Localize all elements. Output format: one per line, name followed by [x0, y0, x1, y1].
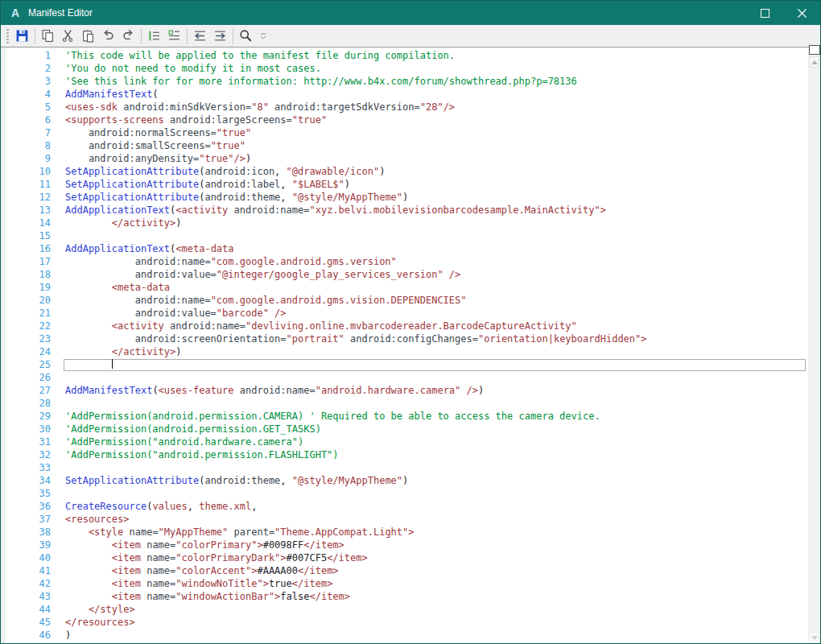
code-line-row[interactable]: 25	[6, 358, 808, 371]
code-line-row[interactable]: 3'See this link for for more information…	[6, 75, 808, 88]
line-number: 2	[6, 62, 51, 75]
code-line-row[interactable]: 28	[6, 397, 808, 410]
shift-left-button[interactable]	[190, 27, 210, 46]
line-number: 9	[6, 152, 51, 165]
code-line-row[interactable]: 30'AddPermission(android.permission.GET_…	[6, 423, 808, 436]
code-segment: android:name=	[65, 295, 211, 306]
code-line-row[interactable]: 8 android:smallScreens="true"	[6, 139, 808, 152]
code-editor[interactable]: 1'This code will be applied to the manif…	[6, 47, 808, 644]
code-line-row[interactable]: 1'This code will be applied to the manif…	[6, 49, 808, 62]
code-line-row[interactable]: 27AddManifestText(<uses-feature android:…	[6, 384, 808, 397]
text-caret	[112, 359, 113, 369]
code-segment: AddManifestText	[65, 89, 152, 100]
code-line-row[interactable]: 35	[6, 487, 808, 500]
code-line-row[interactable]: 20 android:name="com.google.android.gms.…	[6, 294, 808, 307]
code-line-row[interactable]: 26	[6, 371, 808, 384]
code-line-row[interactable]: 39 <item name="colorPrimary">#0098FF</it…	[6, 539, 808, 551]
toolbar-overflow-button[interactable]	[258, 27, 269, 46]
code-segment: 'AddPermission(android.permission.CAMERA…	[65, 411, 600, 422]
search-button[interactable]	[236, 27, 256, 46]
code-line-row[interactable]: 19 <meta-data	[6, 281, 808, 294]
code-line-row[interactable]: 18 android:value="@integer/google_play_s…	[6, 268, 808, 281]
code-segment: ,	[280, 475, 291, 486]
code-line-row[interactable]: 2'You do not need to modify it in most c…	[6, 62, 808, 75]
code-line-row[interactable]: 12SetApplicationAttribute(android:theme,…	[6, 191, 808, 204]
code-segment: "devliving.online.mvbarcodereader.Barcod…	[245, 320, 577, 332]
shift-right-button[interactable]	[210, 27, 230, 46]
vertical-scrollbar[interactable]	[808, 47, 820, 644]
line-number: 24	[6, 345, 51, 358]
toolbar-grip[interactable]	[6, 29, 9, 43]
code-line-row[interactable]: 29'AddPermission(android.permission.CAME…	[6, 410, 808, 423]
code-segment: "@style/MyAppTheme"	[292, 192, 402, 203]
code-line-row[interactable]: 38 <style name="MyAppTheme" parent="Them…	[6, 526, 808, 539]
code-segment: )	[245, 153, 251, 164]
redo-icon	[122, 29, 135, 43]
code-line-row[interactable]: 37<resources>	[6, 513, 808, 526]
toolbar	[1, 25, 820, 47]
code-line-row[interactable]: 14 </activity>)	[6, 217, 808, 229]
code-line-row[interactable]: 40 <item name="colorPrimaryDark">#007CF5…	[6, 551, 808, 564]
code-text: AddManifestText(	[65, 88, 806, 101]
code-segment: 'AddPermission("android.permission.FLASH…	[65, 449, 339, 460]
code-line-row[interactable]: 23 android:screenOrientation="portrait" …	[6, 332, 808, 345]
shift-right-icon	[213, 29, 227, 43]
code-line-row[interactable]: 43 <item name="windowActionBar">false</i…	[6, 590, 808, 603]
code-line-row[interactable]: 32'AddPermission("android.permission.FLA…	[6, 448, 808, 461]
code-line-row[interactable]: 16AddApplicationText(<meta-data	[6, 242, 808, 255]
code-line-row[interactable]: 10SetApplicationAttribute(android:icon, …	[6, 165, 808, 178]
code-line-row[interactable]: 13AddApplicationText(<activity android:n…	[6, 204, 808, 217]
code-line-row[interactable]: 11SetApplicationAttribute(android:label,…	[6, 178, 808, 191]
code-segment: <meta-data	[65, 282, 170, 293]
redo-button[interactable]	[118, 27, 138, 46]
code-segment: android:configChanges=	[350, 333, 478, 345]
code-line-row[interactable]: 24 </activity>)	[6, 345, 808, 358]
line-number: 45	[6, 616, 51, 629]
code-line-row[interactable]: 9 android:anyDensity="true"/>)	[6, 152, 808, 165]
code-line-row[interactable]: 45</resources>	[6, 616, 808, 629]
code-line-row[interactable]: 34SetApplicationAttribute(android:theme,…	[6, 474, 808, 487]
code-segment: #0098FF	[263, 539, 304, 551]
code-line-row[interactable]: 15	[6, 229, 808, 242]
code-segment: android:label	[204, 179, 280, 190]
code-line-row[interactable]: 4AddManifestText(	[6, 88, 808, 101]
code-line-row[interactable]: 41 <item name="colorAccent">#AAAA00</ite…	[6, 564, 808, 577]
code-line-row[interactable]: 44 </style>	[6, 603, 808, 616]
code-segment: name=	[146, 591, 175, 602]
code-line-row[interactable]: 33	[6, 461, 808, 474]
indent-button[interactable]	[144, 27, 164, 46]
code-segment: android:theme	[204, 192, 280, 203]
code-segment: name=	[146, 552, 175, 564]
code-line-row[interactable]: 22 <activity android:name="devliving.onl…	[6, 320, 808, 332]
paste-button[interactable]	[78, 27, 98, 46]
toolbar-separator	[35, 28, 35, 44]
code-line-row[interactable]: 7 android:normalScreens="true"	[6, 126, 808, 139]
code-line-row[interactable]: 5<uses-sdk android:minSdkVersion="8" and…	[6, 101, 808, 114]
code-line-row[interactable]: 17 android:name="com.google.android.gms.…	[6, 255, 808, 268]
scrollbar-splitter-box[interactable]	[809, 45, 820, 55]
save-button[interactable]	[12, 27, 32, 46]
cut-button[interactable]	[58, 27, 78, 46]
code-segment: #AAAA00	[257, 565, 298, 576]
code-text: )	[65, 629, 806, 642]
code-line-row[interactable]: 21 android:value="barcode" />	[6, 307, 808, 320]
close-button[interactable]	[783, 1, 820, 25]
code-line-row[interactable]: 6<supports-screens android:largeScreens=…	[6, 114, 808, 126]
code-line-row[interactable]: 46)	[6, 629, 808, 642]
titlebar[interactable]: A Manifest Editor	[1, 1, 820, 25]
maximize-button[interactable]	[746, 1, 783, 25]
copy-button[interactable]	[38, 27, 58, 46]
outdent-button[interactable]	[164, 27, 184, 46]
undo-button[interactable]	[98, 27, 118, 46]
copy-icon	[41, 29, 55, 43]
scroll-up-button[interactable]	[809, 56, 819, 68]
undo-icon	[101, 29, 115, 43]
scroll-down-button[interactable]	[809, 632, 819, 643]
code-line-row[interactable]: 36CreateResource(values, theme.xml,	[6, 500, 808, 513]
code-segment: android:name=	[234, 204, 310, 216]
line-number: 1	[6, 49, 51, 62]
overflow-icon	[260, 29, 266, 43]
code-line-row[interactable]: 42 <item name="windowNoTitle">true</item…	[6, 577, 808, 590]
code-text: 'This code will be applied to the manife…	[65, 49, 806, 62]
code-line-row[interactable]: 31'AddPermission("android.hardware.camer…	[6, 436, 808, 448]
